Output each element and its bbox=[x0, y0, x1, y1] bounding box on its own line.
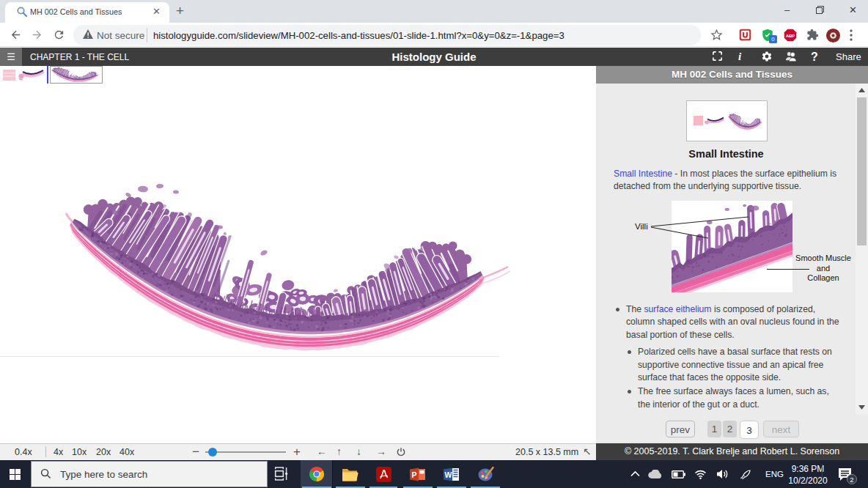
svg-text:0: 0 bbox=[771, 36, 775, 42]
svg-text:ABP: ABP bbox=[786, 34, 795, 38]
svg-text:2: 2 bbox=[850, 476, 853, 484]
svg-text:W: W bbox=[445, 470, 452, 479]
svg-text:P: P bbox=[412, 470, 417, 479]
